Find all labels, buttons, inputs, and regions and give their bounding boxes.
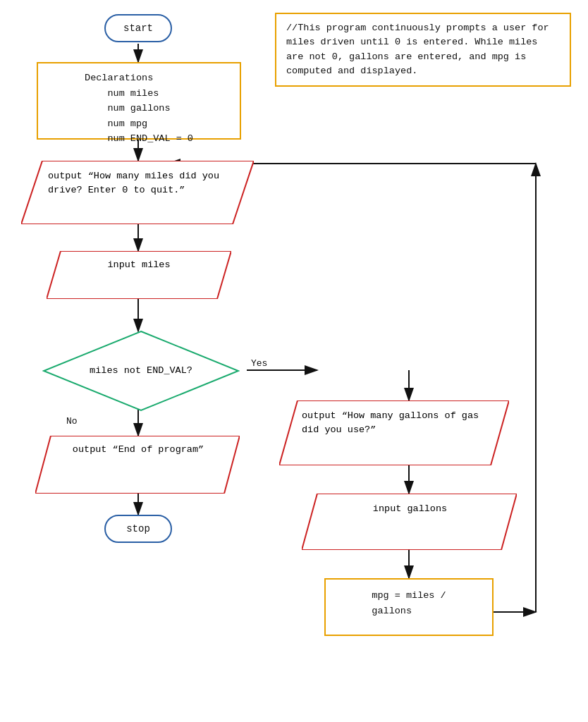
yes-label: Yes bbox=[251, 358, 267, 369]
output-miles-shape: output “How many miles did you drive? En… bbox=[21, 161, 254, 224]
comment-box: //This program continuously prompts a us… bbox=[275, 13, 571, 87]
mpg-label: mpg = miles / gallons bbox=[372, 588, 446, 618]
mpg-box: mpg = miles / gallons bbox=[324, 578, 494, 636]
declarations-box: Declarations num miles num gallons num m… bbox=[37, 62, 241, 140]
comment-text: //This program continuously prompts a us… bbox=[286, 23, 549, 76]
decision-diamond: miles not END_VAL? bbox=[42, 330, 240, 412]
declarations-label: Declarations num miles num gallons num m… bbox=[85, 71, 193, 147]
stop-shape: stop bbox=[104, 515, 172, 543]
flowchart: //This program continuously prompts a us… bbox=[0, 0, 588, 722]
start-label: start bbox=[123, 23, 153, 34]
input-miles-shape: input miles bbox=[47, 251, 231, 299]
start-shape: start bbox=[104, 14, 172, 42]
no-label: No bbox=[66, 416, 78, 427]
decision-label: miles not END_VAL? bbox=[90, 365, 192, 378]
output-gallons-shape: output “How many gallons of gas did you … bbox=[279, 400, 509, 465]
output-end-shape: output “End of program” bbox=[35, 436, 240, 494]
stop-label: stop bbox=[126, 523, 150, 534]
input-gallons-shape: input gallons bbox=[302, 494, 517, 550]
